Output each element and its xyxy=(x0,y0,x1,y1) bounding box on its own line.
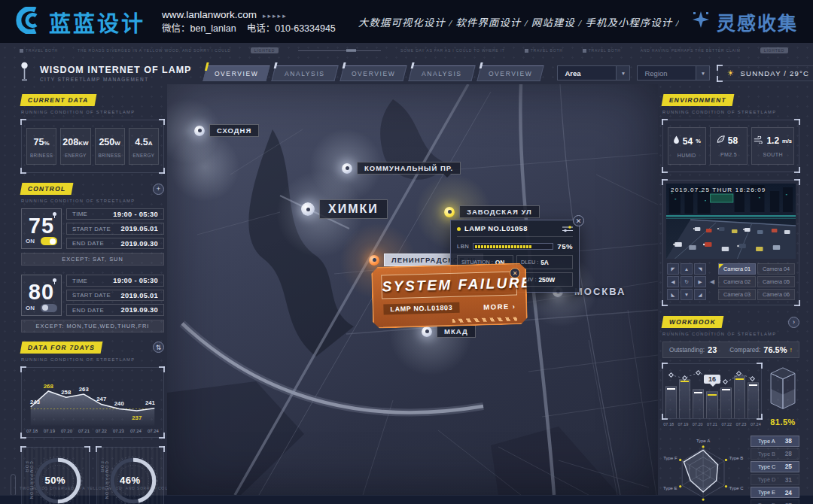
chevron-right-icon[interactable]: › xyxy=(788,317,799,328)
env-card-pm25: 58 PM2.5 xyxy=(710,127,748,165)
streetlamp-icon xyxy=(20,62,29,85)
region-select[interactable]: Region▼ xyxy=(637,65,710,80)
lamp-popup-header: LAMP NO.L01058 xyxy=(457,225,573,237)
brightness-value: 75 xyxy=(26,214,57,237)
stat-card: 75%BRINESS xyxy=(26,128,56,165)
brightness-setpoint-card: 75 ON xyxy=(21,208,62,249)
tab-analysis-1[interactable]: ANALYSIS xyxy=(272,65,339,81)
power-toggle[interactable] xyxy=(41,237,57,245)
top-banner: 蓝蓝设计 www.lanlanwork.com▸▸▸▸▸ 微信：ben_lanl… xyxy=(0,0,813,43)
brightness-progressbar[interactable] xyxy=(473,243,553,250)
stat-card: 4.5AENERGY xyxy=(129,128,159,165)
brightness-value: 75% xyxy=(557,242,573,250)
control-group-1: 75 ON TIME19:00 - 05:30 START DATE2019.0… xyxy=(21,208,164,249)
camera-button[interactable]: Camera 04 xyxy=(757,263,795,275)
camera-button[interactable]: Camera 06 xyxy=(757,289,795,300)
close-icon[interactable]: ✕ xyxy=(510,268,520,278)
scroll-capsule-decoration xyxy=(11,474,16,496)
svg-text:247: 247 xyxy=(96,396,106,402)
schedule-row: END DATE2019.09.30 xyxy=(66,304,164,315)
section-subtitle: RUNNING CONDITION OF STREETLAMP xyxy=(21,110,164,114)
wechat-contact: 微信：ben_lanlan xyxy=(162,23,236,34)
section-subtitle: RUNNING CONDITION OF STREETLAMP xyxy=(662,110,799,114)
failure-lamp-id: LAMP NO.L01803 xyxy=(383,302,459,315)
svg-text:Type C: Type C xyxy=(729,486,744,490)
env-card-wind: 1.2m/s SOUTH xyxy=(751,127,794,165)
type-row[interactable]: Type A38 xyxy=(751,436,799,447)
weather-widget: ☀ SUNNDAY / 29°C xyxy=(717,65,813,81)
pan-up-button[interactable]: ▲ xyxy=(681,263,693,275)
map-pin-kommunalny[interactable]: КОММУНАЛЬНЫЙ ПР. xyxy=(342,162,461,175)
add-schedule-button[interactable]: + xyxy=(153,184,164,195)
checkbox-decoration xyxy=(20,49,23,53)
pan-left-button[interactable]: ◀ xyxy=(667,276,679,287)
svg-text:Type F: Type F xyxy=(663,456,678,460)
map-pin-shodnya[interactable]: СХОДНЯ xyxy=(194,124,259,137)
brightness-value: 80 xyxy=(26,281,57,303)
lamp-pin-icon-yellow xyxy=(444,207,455,217)
lamp-id: LAMP NO.L01058 xyxy=(464,225,528,232)
equalizer-icon[interactable] xyxy=(562,225,573,232)
cube-icon xyxy=(769,366,796,413)
lanlan-logo-icon xyxy=(15,7,42,37)
pan-up-left-button[interactable]: ◤ xyxy=(667,263,679,275)
camera-feed-image: 2019.07.25 THUR 18:26:09 xyxy=(666,184,796,259)
type-radar-chart: Type AType BType CType DType EType F xyxy=(662,436,747,504)
schedule-row: TIME19:00 - 05:30 xyxy=(66,208,164,220)
tab-overview-3[interactable]: OVERVIEW xyxy=(477,65,544,81)
schedule-row: END DATE2019.09.30 xyxy=(66,238,164,249)
dashboard: TRAVEL BOTH THE ROADS DIVERGED IN A YELL… xyxy=(0,43,813,504)
type-row[interactable]: Type B28 xyxy=(751,448,799,460)
tab-overview-1[interactable]: OVERVIEW xyxy=(203,65,270,81)
area-select[interactable]: Area▼ xyxy=(557,65,630,80)
checkbox-decoration xyxy=(583,49,586,53)
reset-view-button[interactable]: ↻ xyxy=(681,276,693,287)
stat-card: 250WBRINESS xyxy=(95,128,125,165)
tab-analysis-2[interactable]: ANALYSIS xyxy=(409,65,476,81)
wind-icon xyxy=(754,135,763,146)
pan-down-right-button[interactable]: ◢ xyxy=(694,289,706,300)
camera-button[interactable]: Camera 02 xyxy=(718,276,756,287)
type-row[interactable]: Type D31 xyxy=(751,474,799,485)
camera-button[interactable]: Camera 03 xyxy=(718,289,756,300)
hazard-stripes-decoration xyxy=(452,317,517,323)
schedule-row: START DATE2019.05.01 xyxy=(66,223,164,234)
gauge-value: 46% xyxy=(120,475,141,486)
right-panel: ENVIRONMENT RUNNING CONDITION OF STREETL… xyxy=(662,94,799,504)
pan-right-button[interactable]: ▶ xyxy=(694,276,706,287)
type-row[interactable]: Type C25 xyxy=(751,461,799,472)
section-title-current-data: CURRENT DATA xyxy=(20,94,96,106)
city-map[interactable]: СХОДНЯ КОММУНАЛЬНЫЙ ПР. ХИМКИ ЗАВОДСКАЯ … xyxy=(167,84,658,495)
svg-text:243: 243 xyxy=(30,399,41,405)
lamp-pin-icon xyxy=(422,326,432,337)
capacity-percent: 81.5% xyxy=(770,417,796,427)
collapse-icon[interactable]: ◀ xyxy=(710,278,714,285)
website-link[interactable]: www.lanlanwork.com xyxy=(162,9,257,20)
screenshot-stage: 蓝蓝设计 www.lanlanwork.com▸▸▸▸▸ 微信：ben_lanl… xyxy=(0,0,813,504)
tab-bar: OVERVIEW ANALYSIS OVERVIEW ANALYSIS OVER… xyxy=(205,65,542,81)
section-title-week-data: DATA FOR 7DAYS xyxy=(20,342,103,354)
type-row[interactable]: Type F37 xyxy=(751,499,799,504)
camera-button[interactable]: Camera 01 xyxy=(718,263,756,275)
collect-link[interactable]: 灵感收集 xyxy=(691,8,798,35)
power-toggle[interactable] xyxy=(41,304,57,312)
tab-overview-2[interactable]: OVERVIEW xyxy=(340,65,407,81)
map-pin-zavodskaya[interactable]: ЗАВОДСКАЯ УЛ xyxy=(444,205,540,218)
except-days-note: EXCEPT: SAT, SUN xyxy=(21,253,164,266)
droplet-icon xyxy=(673,135,680,147)
pan-down-left-button[interactable]: ◣ xyxy=(667,289,679,300)
expand-chart-button[interactable]: ⇅ xyxy=(153,342,164,353)
lanlan-logo[interactable]: 蓝蓝设计 xyxy=(15,6,145,38)
dashboard-header: WISDOM INTERNET OF LAMP CITY STREETLAMP … xyxy=(0,59,813,87)
camera-button[interactable]: Camera 05 xyxy=(757,276,795,287)
pan-down-button[interactable]: ▼ xyxy=(681,289,693,300)
map-pin-khimki[interactable]: ХИМКИ xyxy=(301,199,388,219)
more-button[interactable]: MORE › xyxy=(483,302,516,311)
section-subtitle: RUNNING CONDITION OF STREETLAMP xyxy=(21,357,164,362)
close-icon[interactable]: ✕ xyxy=(573,215,584,226)
detail-cell: DLEU :5A xyxy=(516,255,573,269)
chevron-down-icon: ▼ xyxy=(696,66,709,80)
environment-cards: 54% HUMID 58 PM2.5 1.2m/s SOU xyxy=(662,120,799,172)
pan-up-right-button[interactable]: ◥ xyxy=(694,263,706,275)
type-row[interactable]: Type E24 xyxy=(751,487,799,498)
